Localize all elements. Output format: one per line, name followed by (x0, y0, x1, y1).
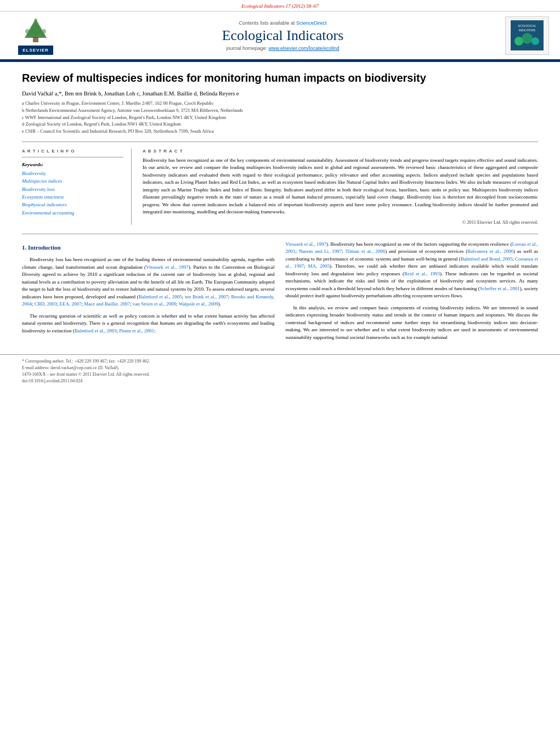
ref-scheffer: Scheffer et al., 2001 (480, 286, 520, 291)
elsevier-logo: ELSEVIER (11, 16, 60, 55)
journal-logo-icon: ECOLOGICAL INDICATORS (511, 20, 544, 50)
article-info-label: A R T I C L E I N F O (22, 149, 123, 154)
body-para-right-1: Vitousek et al., 1997). Biodiversity has… (286, 241, 539, 300)
ref-cbd: CBD, 2003 (35, 301, 57, 307)
keyword-3: Biodiversity loss (22, 185, 123, 193)
ref-walpole: Walpole et al., 2009 (179, 301, 218, 307)
svg-point-11 (531, 37, 539, 45)
elsevier-tree-icon (16, 16, 55, 43)
keyword-1: Biodiversity (22, 169, 123, 177)
ref-naeem: Naeem and Li, 1997 (299, 248, 342, 254)
ref-balmford2005: Balmford et al., 2005 (139, 294, 182, 299)
ref-tenbrink: ten Brink et al., 2007 (185, 294, 228, 299)
svg-point-3 (25, 29, 30, 33)
article-title: Review of multispecies indices for monit… (22, 71, 538, 85)
ref-balmfordbond: Balmford and Bond, 2005 (461, 256, 512, 262)
main-content: Review of multispecies indices for monit… (0, 71, 560, 346)
ref-ma: MA, 2005 (308, 263, 330, 269)
body-para-2: The recurring question of scientific as … (22, 313, 275, 335)
abstract-col: A B S T R A C T Biodiversity has been re… (143, 149, 538, 225)
ref-vanstrien: van Strien et al., 2009 (133, 301, 176, 307)
footnote-doi: doi:10.1016/j.ecolind.2011.04.024 (22, 378, 538, 384)
contents-line: Contents lists available at ScienceDirec… (60, 20, 505, 26)
keyword-4: Ecosystem intactness (22, 193, 123, 201)
elsevier-wordmark: ELSEVIER (18, 46, 53, 55)
abstract-text: Biodiversity has been recognized as one … (143, 157, 538, 216)
body-para-1: Biodiversity loss has been recognized as… (22, 256, 275, 308)
header-divider (0, 60, 560, 62)
journal-name: Ecological Indicators (60, 27, 505, 44)
body-para-right-2: In this analysis, we review and compare … (286, 304, 539, 342)
ref-vitousek-right: Vitousek et al., 1997 (286, 241, 326, 247)
homepage-line: journal homepage: www.elsevier.com/locat… (60, 46, 505, 51)
section-divider (22, 234, 538, 234)
elsevier-band: ELSEVIER Contents lists available at Sci… (0, 12, 560, 60)
abstract-label: A B S T R A C T (143, 149, 538, 154)
body-content: 1. Introduction Biodiversity loss has be… (22, 241, 538, 346)
affiliations: a Charles University in Prague, Environm… (22, 100, 538, 135)
body-col-left: 1. Introduction Biodiversity loss has be… (22, 241, 275, 346)
svg-text:ECOLOGICAL: ECOLOGICAL (518, 24, 536, 27)
homepage-link[interactable]: www.elsevier.com/locate/ecolind (269, 46, 340, 51)
footnote-issn: 1470-160X/$ – see front matter © 2011 El… (22, 371, 538, 378)
page-footer: * Corresponding author. Tel.: +420 220 1… (0, 354, 560, 388)
footnote-email: E-mail address: david.vackar@czp.cuni.cz… (22, 365, 538, 371)
ref-vitousek: Vitousek et al., 1997 (146, 264, 189, 270)
svg-text:INDICATORS: INDICATORS (519, 29, 536, 32)
page: Ecological Indicators 17 (2012) 58–67 EL… (0, 0, 560, 741)
ref-reid: Reid et al., 1993 (404, 271, 440, 276)
article-info-col: A R T I C L E I N F O Keywords: Biodiver… (22, 149, 132, 225)
affil-e: e CSIR – Council for Scientific and Indu… (22, 128, 538, 135)
affil-d: d Zoological Society of London, Regent's… (22, 121, 538, 128)
affil-b: b Netherlands Environmental Assessment A… (22, 107, 538, 114)
info-hr (22, 157, 123, 157)
svg-point-10 (522, 33, 533, 44)
keyword-5: Biophysical indicators (22, 201, 123, 208)
affil-c: c WWF International and Zoological Socie… (22, 114, 538, 121)
svg-point-5 (34, 19, 37, 22)
ref-pimm: Pimm et al., 2001 (119, 328, 154, 333)
journal-title-center: Contents lists available at ScienceDirec… (60, 20, 505, 51)
ref-tilman: Tilman et al., 2006 (345, 248, 385, 254)
journal-reference: Ecological Indicators 17 (2012) 58–67 (241, 3, 318, 9)
ref-eea: EEA, 2007 (60, 301, 82, 307)
ref-mace: Mace and Baillie, 2007 (84, 301, 130, 307)
section1-heading: 1. Introduction (22, 243, 275, 252)
svg-marker-2 (26, 22, 45, 35)
copyright-line: © 2011 Elsevier Ltd. All rights reserved… (143, 219, 538, 225)
journal-header: Ecological Indicators 17 (2012) 58–67 (0, 0, 560, 12)
keyword-2: Multispecies indices (22, 177, 123, 185)
article-info-abstract: A R T I C L E I N F O Keywords: Biodiver… (22, 149, 538, 225)
ref-balmford2003: Balmford et al., 2003 (75, 328, 117, 333)
svg-point-4 (42, 29, 46, 33)
footnote-star: * Corresponding author. Tel.: +420 220 1… (22, 358, 538, 365)
keywords-label: Keywords: (22, 162, 123, 167)
journal-logo-box: ECOLOGICAL INDICATORS (505, 16, 549, 55)
sciencedirect-link[interactable]: ScienceDirect (296, 20, 327, 26)
body-col-right: Vitousek et al., 1997). Biodiversity has… (286, 241, 539, 346)
affil-a: a Charles University in Prague, Environm… (22, 100, 538, 107)
ref-balvanera: Balvanera et al., 2006 (467, 248, 513, 254)
article-info-divider (22, 142, 538, 142)
authors-line: David Vačkář a,*, Ben ten Brink b, Jonat… (22, 90, 538, 97)
keyword-6: Environmental accounting (22, 209, 123, 217)
